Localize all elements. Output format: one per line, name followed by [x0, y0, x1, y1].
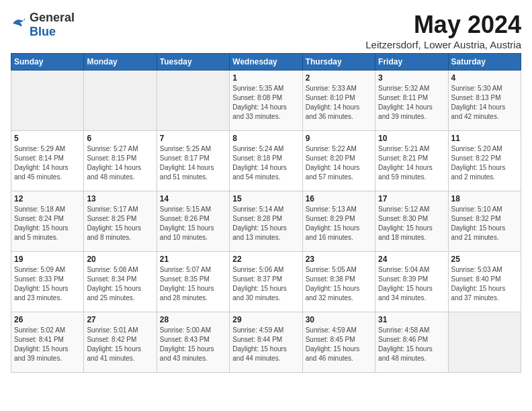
day-number: 29 [232, 315, 299, 324]
day-info: Sunrise: 5:09 AM Sunset: 8:33 PM Dayligh… [14, 265, 81, 303]
day-cell: 12Sunrise: 5:18 AM Sunset: 8:24 PM Dayli… [11, 191, 84, 252]
day-cell: 1Sunrise: 5:35 AM Sunset: 8:08 PM Daylig… [230, 71, 302, 131]
day-info: Sunrise: 5:35 AM Sunset: 8:08 PM Dayligh… [232, 84, 299, 122]
header-cell-saturday: Saturday [448, 54, 521, 71]
day-number: 30 [306, 315, 372, 324]
day-number: 10 [378, 134, 445, 143]
day-cell [84, 71, 157, 131]
day-cell: 17Sunrise: 5:12 AM Sunset: 8:30 PM Dayli… [375, 191, 448, 252]
day-cell: 4Sunrise: 5:30 AM Sunset: 8:13 PM Daylig… [448, 71, 521, 131]
day-cell: 25Sunrise: 5:03 AM Sunset: 8:40 PM Dayli… [448, 252, 521, 312]
day-number: 25 [451, 255, 518, 264]
day-cell: 20Sunrise: 5:08 AM Sunset: 8:34 PM Dayli… [84, 252, 157, 312]
day-number: 1 [232, 73, 299, 83]
day-info: Sunrise: 5:13 AM Sunset: 8:29 PM Dayligh… [306, 205, 372, 242]
day-number: 21 [160, 255, 226, 264]
day-info: Sunrise: 5:01 AM Sunset: 8:42 PM Dayligh… [87, 326, 153, 363]
day-number: 8 [232, 134, 299, 143]
calendar-body: 1Sunrise: 5:35 AM Sunset: 8:08 PM Daylig… [11, 71, 521, 373]
header-cell-thursday: Thursday [302, 54, 375, 71]
day-info: Sunrise: 5:15 AM Sunset: 8:26 PM Dayligh… [160, 205, 226, 242]
calendar-table: SundayMondayTuesdayWednesdayThursdayFrid… [11, 53, 521, 373]
day-info: Sunrise: 5:10 AM Sunset: 8:32 PM Dayligh… [451, 205, 518, 242]
day-info: Sunrise: 5:04 AM Sunset: 8:39 PM Dayligh… [378, 265, 445, 303]
day-cell [448, 312, 521, 373]
day-info: Sunrise: 5:27 AM Sunset: 8:15 PM Dayligh… [87, 144, 153, 182]
day-cell: 7Sunrise: 5:25 AM Sunset: 8:17 PM Daylig… [157, 131, 229, 191]
day-info: Sunrise: 5:32 AM Sunset: 8:11 PM Dayligh… [378, 84, 445, 122]
day-cell: 21Sunrise: 5:07 AM Sunset: 8:35 PM Dayli… [157, 252, 229, 312]
day-number: 12 [14, 194, 81, 203]
day-info: Sunrise: 5:30 AM Sunset: 8:13 PM Dayligh… [451, 84, 518, 122]
day-cell [157, 71, 229, 131]
day-number: 2 [306, 73, 372, 83]
day-cell: 9Sunrise: 5:22 AM Sunset: 8:20 PM Daylig… [302, 131, 375, 191]
day-number: 3 [378, 73, 445, 83]
week-row-4: 19Sunrise: 5:09 AM Sunset: 8:33 PM Dayli… [11, 252, 521, 312]
day-cell: 23Sunrise: 5:05 AM Sunset: 8:38 PM Dayli… [302, 252, 375, 312]
logo: General Blue [11, 11, 75, 39]
day-info: Sunrise: 5:12 AM Sunset: 8:30 PM Dayligh… [378, 205, 445, 242]
day-number: 16 [306, 194, 372, 203]
calendar-header-row: SundayMondayTuesdayWednesdayThursdayFrid… [11, 54, 521, 71]
header-cell-friday: Friday [375, 54, 448, 71]
day-cell: 31Sunrise: 4:58 AM Sunset: 8:46 PM Dayli… [375, 312, 448, 373]
day-cell: 16Sunrise: 5:13 AM Sunset: 8:29 PM Dayli… [302, 191, 375, 252]
day-number: 27 [87, 315, 153, 324]
day-cell: 29Sunrise: 4:59 AM Sunset: 8:44 PM Dayli… [230, 312, 302, 373]
day-number: 18 [451, 194, 518, 203]
day-info: Sunrise: 4:59 AM Sunset: 8:44 PM Dayligh… [232, 326, 299, 363]
day-info: Sunrise: 5:22 AM Sunset: 8:20 PM Dayligh… [306, 144, 372, 182]
day-cell: 19Sunrise: 5:09 AM Sunset: 8:33 PM Dayli… [11, 252, 84, 312]
day-cell: 2Sunrise: 5:33 AM Sunset: 8:10 PM Daylig… [302, 71, 375, 131]
day-number: 13 [87, 194, 153, 203]
day-number: 31 [378, 315, 445, 324]
page-subtitle: Leitzersdorf, Lower Austria, Austria [365, 39, 521, 50]
day-number: 6 [87, 134, 153, 143]
day-info: Sunrise: 5:08 AM Sunset: 8:34 PM Dayligh… [87, 265, 153, 303]
day-number: 20 [87, 255, 153, 264]
day-cell: 24Sunrise: 5:04 AM Sunset: 8:39 PM Dayli… [375, 252, 448, 312]
day-cell: 18Sunrise: 5:10 AM Sunset: 8:32 PM Dayli… [448, 191, 521, 252]
day-info: Sunrise: 4:59 AM Sunset: 8:45 PM Dayligh… [306, 326, 372, 363]
day-cell: 14Sunrise: 5:15 AM Sunset: 8:26 PM Dayli… [157, 191, 229, 252]
day-info: Sunrise: 5:17 AM Sunset: 8:25 PM Dayligh… [87, 205, 153, 242]
week-row-2: 5Sunrise: 5:29 AM Sunset: 8:14 PM Daylig… [11, 131, 521, 191]
week-row-1: 1Sunrise: 5:35 AM Sunset: 8:08 PM Daylig… [11, 71, 521, 131]
day-info: Sunrise: 5:29 AM Sunset: 8:14 PM Dayligh… [14, 144, 81, 182]
logo-general: General [30, 11, 75, 24]
day-info: Sunrise: 5:06 AM Sunset: 8:37 PM Dayligh… [232, 265, 299, 303]
day-info: Sunrise: 5:20 AM Sunset: 8:22 PM Dayligh… [451, 144, 518, 182]
day-number: 5 [14, 134, 81, 143]
day-number: 24 [378, 255, 445, 264]
day-cell: 6Sunrise: 5:27 AM Sunset: 8:15 PM Daylig… [84, 131, 157, 191]
day-cell: 22Sunrise: 5:06 AM Sunset: 8:37 PM Dayli… [230, 252, 302, 312]
day-cell: 8Sunrise: 5:24 AM Sunset: 8:18 PM Daylig… [230, 131, 302, 191]
logo-blue: Blue [30, 25, 56, 38]
day-number: 9 [306, 134, 372, 143]
day-cell: 26Sunrise: 5:02 AM Sunset: 8:41 PM Dayli… [11, 312, 84, 373]
day-number: 28 [160, 315, 226, 324]
day-number: 4 [451, 73, 518, 83]
day-info: Sunrise: 5:14 AM Sunset: 8:28 PM Dayligh… [232, 205, 299, 242]
day-info: Sunrise: 5:33 AM Sunset: 8:10 PM Dayligh… [306, 84, 372, 122]
day-info: Sunrise: 5:02 AM Sunset: 8:41 PM Dayligh… [14, 326, 81, 363]
day-cell: 5Sunrise: 5:29 AM Sunset: 8:14 PM Daylig… [11, 131, 84, 191]
logo-icon [11, 17, 27, 33]
header-cell-sunday: Sunday [11, 54, 84, 71]
day-cell: 11Sunrise: 5:20 AM Sunset: 8:22 PM Dayli… [448, 131, 521, 191]
day-number: 26 [14, 315, 81, 324]
day-cell: 27Sunrise: 5:01 AM Sunset: 8:42 PM Dayli… [84, 312, 157, 373]
day-info: Sunrise: 5:25 AM Sunset: 8:17 PM Dayligh… [160, 144, 226, 182]
day-number: 17 [378, 194, 445, 203]
day-cell: 10Sunrise: 5:21 AM Sunset: 8:21 PM Dayli… [375, 131, 448, 191]
title-block: May 2024 Leitzersdorf, Lower Austria, Au… [365, 11, 521, 50]
day-info: Sunrise: 5:03 AM Sunset: 8:40 PM Dayligh… [451, 265, 518, 303]
day-info: Sunrise: 5:21 AM Sunset: 8:21 PM Dayligh… [378, 144, 445, 182]
header-cell-tuesday: Tuesday [157, 54, 229, 71]
day-info: Sunrise: 5:07 AM Sunset: 8:35 PM Dayligh… [160, 265, 226, 303]
day-cell: 30Sunrise: 4:59 AM Sunset: 8:45 PM Dayli… [302, 312, 375, 373]
day-info: Sunrise: 4:58 AM Sunset: 8:46 PM Dayligh… [378, 326, 445, 363]
day-info: Sunrise: 5:05 AM Sunset: 8:38 PM Dayligh… [306, 265, 372, 303]
day-cell [11, 71, 84, 131]
